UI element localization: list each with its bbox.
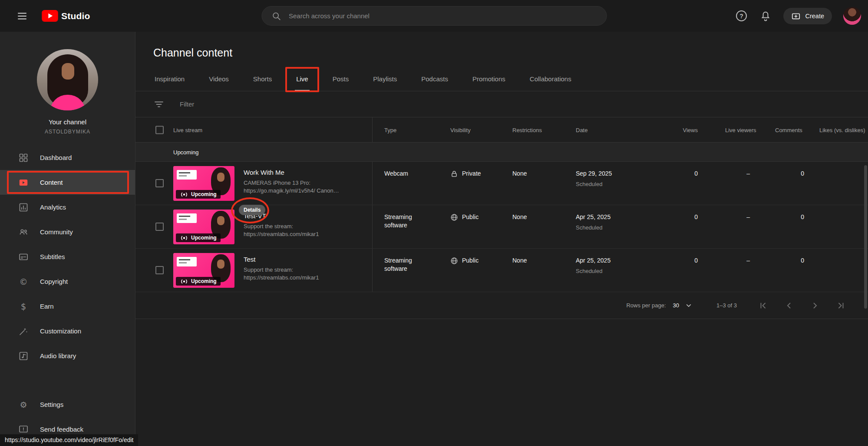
thumbnail-person (217, 173, 224, 182)
stream-title[interactable]: Work With Me (244, 169, 356, 176)
views-cell: 0 (661, 256, 698, 265)
sidebar-item-label: Earn (40, 303, 54, 310)
row-checkbox[interactable] (155, 266, 164, 274)
tab-videos[interactable]: Videos (208, 70, 230, 91)
date-sub: Scheduled (576, 267, 611, 275)
rows-per-page-value: 30 (673, 302, 679, 309)
live-icon (180, 235, 188, 241)
video-thumbnail[interactable]: Upcoming (173, 210, 234, 244)
thumbnail-art (177, 213, 197, 223)
type-cell: Streaming software (384, 213, 428, 230)
row-checkbox[interactable] (155, 223, 164, 231)
page-title: Channel content (153, 47, 868, 59)
tab-promotions[interactable]: Promotions (471, 70, 507, 91)
sidebar-item-customization[interactable]: Customization (0, 319, 135, 343)
video-thumbnail[interactable]: Upcoming (173, 253, 234, 288)
channel-header: Your channel ASTOLDBYMIKA (0, 32, 135, 135)
date-cell: Sep 29, 2025 Scheduled (576, 170, 612, 188)
brand-text: Studio (61, 11, 90, 21)
upcoming-badge: Upcoming (176, 277, 221, 286)
sidebar-item-community[interactable]: Community (0, 220, 135, 244)
live-viewers-cell: – (713, 213, 750, 221)
rows-per-page-select[interactable]: 30 (673, 302, 692, 309)
tab-label: Videos (209, 75, 229, 83)
upcoming-badge-label: Upcoming (191, 191, 217, 197)
sidebar-item-label: Send feedback (40, 426, 83, 433)
video-thumbnail[interactable]: Upcoming (173, 166, 234, 201)
sidebar-item-analytics[interactable]: Analytics (0, 195, 135, 220)
search-bar[interactable] (261, 6, 607, 26)
column-divider (372, 205, 373, 248)
type-cell: Webcam (384, 170, 428, 178)
sidebar-item-dashboard[interactable]: Dashboard (0, 145, 135, 170)
sidebar-item-subtitles[interactable]: Subtitles (0, 244, 135, 269)
restrictions-cell: None (512, 213, 527, 221)
comments-cell: 0 (767, 170, 804, 178)
tab-playlists[interactable]: Playlists (372, 70, 398, 91)
sidebar-item-settings[interactable]: ⚙ Settings (0, 392, 135, 417)
tab-podcasts[interactable]: Podcasts (420, 70, 449, 91)
create-button[interactable]: Create (783, 8, 832, 24)
analytics-icon (18, 202, 29, 213)
youtube-studio-logo[interactable]: Studio (42, 10, 90, 22)
tab-posts[interactable]: Posts (331, 70, 350, 91)
scrollbar[interactable] (864, 165, 867, 309)
thumbnail-art (177, 170, 197, 180)
first-page-button[interactable] (759, 301, 767, 310)
tab-shorts[interactable]: Shorts (252, 70, 273, 91)
visibility-cell: Public (450, 213, 479, 221)
sidebar-item-copyright[interactable]: © Copyright (0, 269, 135, 294)
tab-collaborations[interactable]: Collaborations (528, 70, 573, 91)
upcoming-badge: Upcoming (176, 190, 221, 199)
views-cell: 0 (661, 170, 698, 178)
visibility-label: Public (462, 213, 479, 221)
create-video-icon (791, 11, 801, 21)
sidebar: Your channel ASTOLDBYMIKA Dashboard Cont… (0, 32, 135, 446)
col-views: Views (661, 126, 698, 133)
col-live-viewers: Live viewers (725, 126, 756, 133)
views-cell: 0 (661, 213, 698, 221)
live-viewers-cell: – (713, 170, 750, 178)
tab-label: Live (296, 75, 308, 83)
tab-live[interactable]: Live (295, 70, 310, 91)
stream-description: Support the stream: https://streamlabs.c… (244, 223, 348, 238)
channel-label: Your channel (0, 118, 135, 126)
content-icon (18, 177, 29, 188)
help-button[interactable]: ? (735, 10, 748, 23)
tab-label: Inspiration (155, 75, 185, 83)
stream-title[interactable]: Test (244, 256, 356, 263)
column-divider (372, 249, 373, 292)
main-content: Channel content Inspiration Videos Short… (135, 32, 868, 446)
sidebar-item-content[interactable]: Content (0, 170, 135, 195)
notifications-button[interactable] (759, 10, 772, 23)
date-value: Apr 25, 2025 (576, 213, 611, 221)
tab-label: Shorts (253, 75, 272, 83)
stream-description: CAMERAS iPhone 13 Pro: https://go.magik.… (244, 179, 348, 195)
type-cell: Streaming software (384, 256, 428, 273)
sidebar-item-label: Content (40, 179, 63, 186)
tab-inspiration[interactable]: Inspiration (153, 70, 186, 91)
search-icon (271, 11, 281, 21)
avatar-art (62, 63, 74, 80)
sidebar-item-earn[interactable]: $ Earn (0, 294, 135, 319)
comments-cell: 0 (767, 256, 804, 265)
tab-label: Collaborations (530, 75, 571, 83)
stream-description: Support the stream: https://streamlabs.c… (244, 266, 348, 282)
copyright-icon: © (18, 276, 29, 287)
table-row[interactable]: Upcoming Test Support the stream: https:… (135, 249, 868, 292)
previous-page-button[interactable] (785, 301, 793, 310)
next-page-button[interactable] (811, 301, 819, 310)
filter-input[interactable] (180, 100, 353, 108)
row-checkbox[interactable] (155, 179, 164, 187)
select-all-checkbox[interactable] (155, 126, 164, 134)
sidebar-item-audio-library[interactable]: Audio library (0, 343, 135, 368)
table-row[interactable]: Upcoming Work With Me CAMERAS iPhone 13 … (135, 162, 868, 205)
menu-icon[interactable] (16, 10, 29, 23)
last-page-button[interactable] (837, 301, 845, 310)
search-input[interactable] (289, 12, 606, 20)
account-avatar[interactable] (843, 7, 861, 25)
col-visibility: Visibility (450, 126, 471, 133)
customization-icon (18, 326, 29, 336)
channel-avatar[interactable] (37, 49, 98, 110)
date-value: Sep 29, 2025 (576, 170, 612, 178)
